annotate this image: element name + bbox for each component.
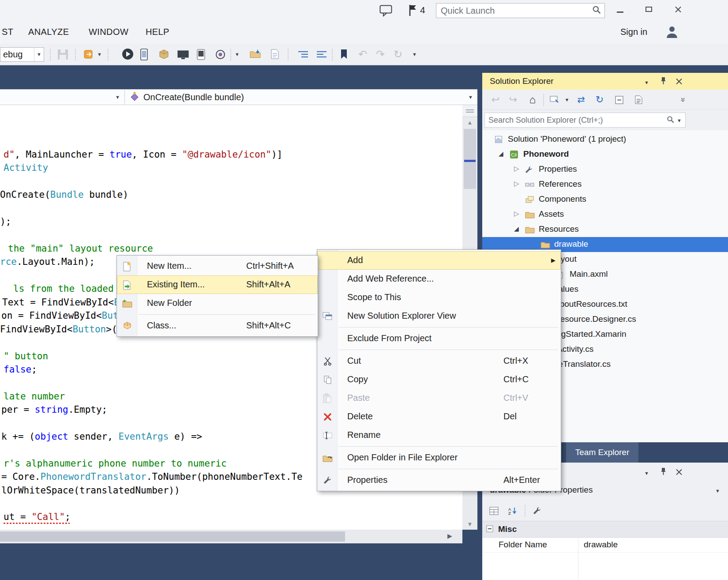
chevron-down-icon[interactable]: ▼	[560, 93, 574, 107]
menu-analyze[interactable]: ANALYZE	[28, 27, 69, 37]
tree-item-label: Properties	[539, 164, 577, 174]
bookmark-icon[interactable]	[341, 49, 347, 59]
collapse-icon[interactable]	[486, 525, 494, 535]
property-value[interactable]: drawable	[584, 540, 618, 550]
pin-icon[interactable]	[660, 77, 667, 87]
feedback-icon[interactable]	[379, 5, 393, 17]
menu-item-rename[interactable]: Rename	[317, 426, 561, 444]
outdent-icon[interactable]	[316, 50, 327, 59]
show-all-files-icon[interactable]	[631, 93, 645, 107]
editor-horizontal-scrollbar[interactable]: ▶	[0, 530, 462, 543]
menu-item-add-web-reference[interactable]: Add Web Reference...	[317, 270, 561, 288]
toolbar-grip	[543, 94, 544, 105]
previous-bookmark-icon[interactable]: ↶	[358, 48, 367, 60]
tree-item-components[interactable]: Components	[482, 192, 728, 207]
window-position-icon[interactable]: ▼	[644, 78, 649, 86]
save-icon[interactable]	[57, 49, 68, 60]
types-dropdown[interactable]: ▼	[0, 90, 125, 105]
sync-with-active-document-icon[interactable]: ⇄	[574, 93, 588, 107]
device-icon[interactable]	[197, 49, 205, 60]
tree-item-properties[interactable]: ▷Properties	[482, 162, 728, 177]
alphabetical-sort-icon[interactable]: AZ	[505, 504, 519, 517]
tree-item-resources[interactable]: ◢Resources	[482, 222, 728, 237]
menu-item-existing-item[interactable]: Existing Item...Shift+Alt+A	[117, 275, 318, 294]
menu-item-delete[interactable]: DeleteDel	[317, 407, 561, 426]
expand-icon[interactable]: ▷	[514, 165, 519, 172]
next-bookmark-icon[interactable]: ↷	[376, 48, 385, 60]
open-file-icon[interactable]	[270, 49, 280, 59]
collapse-all-icon[interactable]	[612, 93, 626, 107]
close-button[interactable]	[668, 0, 688, 19]
menu-item-properties[interactable]: PropertiesAlt+Enter	[317, 471, 561, 490]
expand-icon[interactable]: ▷	[514, 180, 519, 187]
tab-team-explorer[interactable]: Team Explorer	[566, 442, 638, 463]
scroll-right-icon[interactable]: ▶	[447, 532, 452, 539]
home-icon[interactable]: ⌂	[525, 93, 540, 107]
splitter-handle-icon[interactable]	[462, 105, 477, 117]
menu-item-open-folder-in-file-explorer[interactable]: Open Folder in File Explorer	[317, 448, 561, 467]
package-icon[interactable]	[159, 49, 169, 60]
components-icon	[525, 195, 536, 204]
menu-item-copy[interactable]: CopyCtrl+C	[317, 370, 561, 389]
menu-window[interactable]: WINDOW	[89, 27, 128, 37]
menu-item-cut[interactable]: CutCtrl+X	[317, 352, 561, 370]
back-icon[interactable]: ↩	[488, 93, 503, 107]
menu-item-paste[interactable]: PasteCtrl+V	[317, 389, 561, 407]
quick-launch-box[interactable]	[436, 3, 605, 18]
property-row-folder-name[interactable]: Folder Namedrawable	[482, 538, 728, 553]
expand-icon[interactable]: ▷	[514, 210, 519, 217]
menu-st[interactable]: ST	[2, 27, 13, 37]
toolbar-grip	[108, 49, 109, 60]
property-pages-icon[interactable]	[530, 504, 544, 517]
notifications-flag-icon[interactable]	[409, 4, 417, 16]
profiler-target-icon[interactable]	[215, 49, 225, 60]
members-dropdown[interactable]: OnCreate(Bundle bundle) ▼	[125, 90, 477, 105]
notification-count[interactable]: 4	[420, 5, 425, 15]
device-phone-icon[interactable]	[140, 49, 148, 60]
scrollbar-thumb[interactable]	[0, 531, 345, 542]
scroll-up-icon[interactable]: ▲	[462, 119, 477, 126]
solution-configurations-dropdown[interactable]: ebug ▼	[0, 47, 44, 62]
forward-icon[interactable]: ↪	[506, 93, 520, 107]
minimize-button[interactable]	[610, 0, 630, 19]
menu-item-add[interactable]: Add▶	[317, 251, 561, 270]
tree-item-phoneword[interactable]: ◢C#Phoneword	[482, 147, 728, 162]
toolbar-overflow-icon[interactable]: »	[676, 93, 690, 107]
sign-in-link[interactable]: Sign in	[620, 27, 647, 37]
pin-icon[interactable]	[660, 467, 667, 477]
scrollbar-thumb[interactable]	[464, 129, 476, 189]
categorized-icon[interactable]	[487, 504, 501, 517]
indent-icon[interactable]	[297, 50, 309, 59]
chevron-down-icon[interactable]: ▼	[235, 52, 240, 57]
tree-item-references[interactable]: ▷References	[482, 177, 728, 192]
category-row-misc[interactable]: Misc	[482, 521, 728, 538]
menu-item-exclude-from-project[interactable]: Exclude From Project	[317, 329, 561, 348]
navigate-icon[interactable]	[84, 49, 94, 60]
menu-item-scope-to-this[interactable]: Scope to This	[317, 288, 561, 307]
tree-item-assets[interactable]: ▷Assets	[482, 207, 728, 222]
clear-bookmarks-icon[interactable]: ↻	[394, 48, 402, 60]
refresh-icon[interactable]: ↻	[593, 93, 607, 107]
add-folder-icon[interactable]	[250, 49, 261, 58]
menu-item-new-item[interactable]: New Item...Ctrl+Shift+A	[117, 257, 318, 275]
menu-item-new-solution-explorer-view[interactable]: New Solution Explorer View	[317, 307, 561, 325]
chevron-down-icon[interactable]: ▼	[412, 52, 417, 57]
search-box[interactable]: ▼	[484, 113, 686, 128]
menu-item-class[interactable]: Class...Shift+Alt+C	[117, 316, 318, 335]
code-token: string	[35, 404, 68, 415]
toolbar-grip	[288, 49, 289, 60]
user-avatar-icon[interactable]	[665, 25, 679, 39]
tree-item-solution-phoneword-1-project[interactable]: Solution 'Phoneword' (1 project)	[482, 132, 728, 147]
start-debug-icon[interactable]	[122, 48, 134, 60]
collapse-icon[interactable]: ◢	[514, 226, 519, 232]
screen-icon[interactable]	[177, 50, 189, 60]
quick-launch-input[interactable]	[436, 6, 592, 16]
maximize-button[interactable]	[638, 0, 659, 19]
scroll-down-icon[interactable]: ▼	[462, 521, 477, 527]
menu-item-new-folder[interactable]: New Folder	[117, 294, 318, 313]
chevron-down-icon[interactable]: ▼	[97, 52, 102, 57]
menu-help[interactable]: HELP	[146, 27, 169, 37]
window-position-icon[interactable]: ▼	[644, 469, 649, 477]
collapse-icon[interactable]: ◢	[499, 151, 503, 157]
search-input[interactable]	[485, 116, 667, 125]
